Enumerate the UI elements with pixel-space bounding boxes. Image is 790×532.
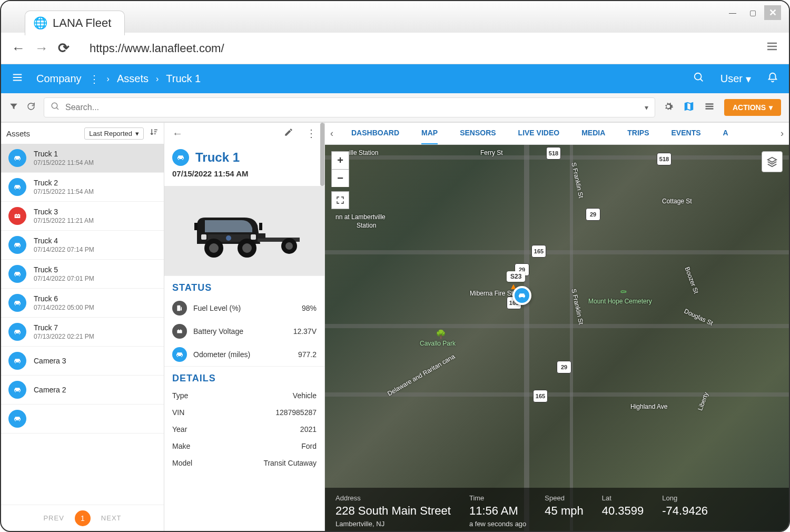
details-row: MakeFord — [164, 438, 324, 455]
asset-name: Truck 4 — [34, 237, 94, 245]
list-item[interactable]: Truck 207/15/2022 11:54 AM — [1, 173, 164, 202]
list-item[interactable]: Truck 407/14/2022 07:14 PM — [1, 231, 164, 260]
layers-button[interactable] — [762, 151, 783, 172]
map-label: Cavallo Park — [420, 340, 456, 347]
breadcrumb-current: Truck 1 — [166, 73, 201, 85]
list-item[interactable]: Camera 2 — [1, 376, 164, 405]
pager-page[interactable]: 1 — [75, 510, 91, 526]
tab-strip: ‹ DASHBOARDMAPSENSORSLIVE VIDEOMEDIATRIP… — [325, 123, 789, 145]
list-icon[interactable] — [704, 101, 715, 114]
more-icon[interactable]: ⋮ — [306, 127, 317, 140]
list-item[interactable]: Camera 3 — [1, 347, 164, 376]
footer-lat-label: Lat — [602, 494, 644, 502]
list-item[interactable]: Truck 307/15/2022 11:21 AM — [1, 202, 164, 231]
pager-next[interactable]: NEXT — [101, 514, 122, 522]
tab-media[interactable]: MEDIA — [581, 123, 605, 145]
list-item[interactable]: Truck 707/13/2022 02:21 PM — [1, 318, 164, 347]
user-menu[interactable]: User ▾ — [720, 73, 751, 85]
vehicle-image — [164, 186, 324, 275]
tabs-scroll-right[interactable]: › — [781, 128, 784, 139]
zoom-out-button[interactable]: − — [331, 169, 349, 187]
browser-tab[interactable]: 🌐 LANA Fleet — [25, 11, 125, 35]
fullscreen-button[interactable] — [331, 191, 349, 209]
browser-reload-button[interactable]: ⟳ — [58, 40, 70, 56]
chevron-right-icon: › — [156, 74, 159, 84]
sort-direction-icon[interactable] — [149, 127, 159, 140]
breadcrumb-company-menu-icon[interactable]: ⋮ — [89, 73, 100, 85]
pager-prev[interactable]: PREV — [43, 514, 64, 522]
battery-icon — [172, 324, 187, 339]
status-row: Battery Voltage12.37V — [164, 320, 324, 343]
window-maximize-button[interactable]: ▢ — [744, 5, 761, 20]
tab-dashboard[interactable]: DASHBOARD — [351, 123, 399, 145]
map-label: Station — [357, 222, 376, 229]
search-input[interactable] — [65, 103, 639, 112]
detail-label: Year — [172, 425, 300, 434]
search-box[interactable]: ▾ — [44, 97, 655, 117]
route-shield: 165 — [531, 245, 546, 258]
actions-button[interactable]: ACTIONS ▾ — [724, 99, 781, 116]
svg-point-4 — [226, 235, 231, 241]
map-footer: Address 228 South Main Street Lambertvil… — [325, 488, 789, 531]
svg-point-14 — [285, 242, 293, 250]
svg-rect-5 — [201, 234, 206, 240]
footer-long-value: -74.9426 — [662, 504, 708, 518]
back-arrow-icon[interactable]: ← — [172, 127, 183, 140]
asset-name: Truck 7 — [34, 323, 94, 332]
refresh-icon[interactable] — [26, 102, 36, 114]
status-label: Battery Voltage — [193, 327, 293, 336]
sort-label: Last Reported — [89, 130, 132, 137]
caret-down-icon: ▾ — [135, 130, 139, 137]
scrollbar[interactable] — [320, 123, 324, 186]
details-row: Year2021 — [164, 421, 324, 438]
map-label: Cottage St — [662, 198, 692, 205]
search-icon[interactable] — [693, 72, 705, 86]
status-row: Fuel Level (%)98% — [164, 297, 324, 320]
browser-menu-button[interactable] — [766, 40, 778, 56]
asset-name: Camera 2 — [34, 386, 66, 394]
zoom-in-button[interactable]: + — [331, 151, 349, 169]
route-shield: 29 — [586, 208, 600, 221]
browser-back-button[interactable]: ← — [12, 40, 25, 56]
tab-sensors[interactable]: SENSORS — [460, 123, 496, 145]
edit-icon[interactable] — [284, 127, 293, 139]
list-item[interactable]: Truck 507/14/2022 07:01 PM — [1, 260, 164, 289]
detail-label: VIN — [172, 408, 275, 417]
tab-live-video[interactable]: LIVE VIDEO — [518, 123, 560, 145]
actions-label: ACTIONS — [733, 103, 766, 112]
tab-title: LANA Fleet — [53, 16, 111, 30]
tab-map[interactable]: MAP — [421, 123, 438, 145]
map-panel: ‹ DASHBOARDMAPSENSORSLIVE VIDEOMEDIATRIP… — [325, 123, 789, 531]
browser-forward-button[interactable]: → — [35, 40, 48, 56]
route-shield: 518 — [657, 153, 671, 165]
caret-down-icon[interactable]: ▾ — [645, 103, 648, 112]
url-bar[interactable]: https://www.lanafleet.com/ — [79, 42, 756, 55]
list-item[interactable]: Truck 107/15/2022 11:54 AM — [1, 144, 164, 173]
tab-trips[interactable]: TRIPS — [627, 123, 649, 145]
roads-overlay — [325, 145, 789, 531]
vehicle-marker-pin[interactable] — [512, 286, 531, 305]
notifications-icon[interactable] — [767, 72, 778, 86]
details-row: ModelTransit Cutaway — [164, 455, 324, 471]
car-icon — [8, 207, 26, 225]
tabs-scroll-left[interactable]: ‹ — [330, 128, 333, 139]
map-view[interactable]: ville Station Ferry St nn at Lambertvill… — [325, 145, 789, 531]
breadcrumb-assets[interactable]: Assets — [117, 73, 149, 85]
breadcrumb: Company ⋮ › Assets › Truck 1 — [36, 73, 693, 85]
car-icon — [8, 410, 26, 428]
map-icon[interactable] — [683, 101, 695, 115]
filter-icon[interactable] — [9, 102, 18, 114]
vehicle-marker-label[interactable]: S23 — [507, 271, 525, 282]
window-minimize-button[interactable]: — — [724, 5, 741, 20]
tab-a[interactable]: A — [723, 123, 728, 145]
window-close-button[interactable]: ✕ — [764, 5, 781, 20]
breadcrumb-company[interactable]: Company — [36, 73, 82, 85]
list-item[interactable]: Truck 607/14/2022 05:00 PM — [1, 289, 164, 318]
menu-icon[interactable] — [12, 72, 23, 86]
tab-events[interactable]: EVENTS — [671, 123, 701, 145]
gear-icon[interactable] — [663, 101, 674, 114]
sort-dropdown[interactable]: Last Reported ▾ — [84, 127, 144, 140]
list-item[interactable] — [1, 405, 164, 434]
assets-list[interactable]: Truck 107/15/2022 11:54 AMTruck 207/15/2… — [1, 144, 164, 505]
asset-name: Truck 1 — [34, 150, 94, 158]
